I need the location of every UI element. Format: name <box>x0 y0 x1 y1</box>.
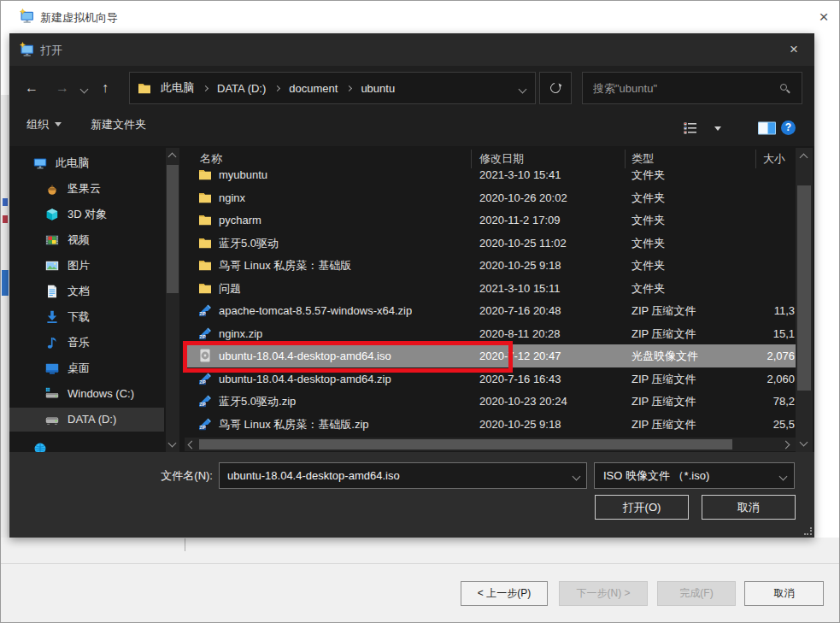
breadcrumb-separator-icon <box>346 85 352 91</box>
dialog-titlebar: 打开 × <box>9 33 814 66</box>
file-type: 文件夹 <box>631 186 665 209</box>
file-row[interactable]: ZIPapache-tomcat-8.5.57-windows-x64.zip2… <box>185 299 796 322</box>
history-chevron-icon[interactable] <box>80 85 89 94</box>
sidebar-item-label: 文档 <box>68 279 90 303</box>
filename-input[interactable] <box>219 462 587 489</box>
back-arrow-icon[interactable]: ← <box>21 78 42 98</box>
breadcrumb-item[interactable]: document <box>289 82 338 95</box>
sidebar-item[interactable]: DATA (D:) <box>9 408 164 432</box>
downloads-icon <box>45 310 59 324</box>
sidebar-item[interactable]: Windows (C:) <box>9 382 164 406</box>
breadcrumb-item[interactable]: ubuntu <box>361 82 395 95</box>
wizard-footer-divider <box>1 563 839 564</box>
sidebar-item[interactable]: 3D 对象 <box>9 203 164 226</box>
file-name: apache-tomcat-8.5.57-windows-x64.zip <box>219 299 412 322</box>
videos-icon <box>45 233 59 247</box>
organize-button[interactable]: 组织 <box>26 117 62 132</box>
forward-arrow-icon[interactable]: → <box>52 78 73 98</box>
file-size: 2,060 <box>708 367 795 391</box>
file-row[interactable]: pycharm2020-11-2 17:09文件夹 <box>185 209 796 232</box>
breadcrumb[interactable]: 此电脑DATA (D:)documentubuntu <box>129 72 536 104</box>
preview-pane-icon[interactable] <box>757 121 777 135</box>
breadcrumb-item[interactable]: DATA (D:) <box>217 82 266 95</box>
svg-text:ZIP: ZIP <box>199 403 205 407</box>
file-row[interactable]: ZIP鸟哥 Linux 私房菜：基础版.zip2020-10-25 9:18ZI… <box>185 413 796 436</box>
dialog-close-button[interactable]: × <box>780 38 808 61</box>
sidebar-item[interactable]: 下载 <box>9 305 164 329</box>
drive-icon <box>45 413 59 426</box>
column-header-name[interactable]: 名称 <box>200 148 222 170</box>
scrollbar-thumb[interactable] <box>167 165 179 293</box>
filetype-select[interactable]: ISO 映像文件 （*.iso) <box>594 462 795 489</box>
column-header-size[interactable]: 大小 <box>710 148 785 170</box>
file-row[interactable]: 蓝牙5.0驱动2020-10-25 11:02文件夹 <box>185 232 796 255</box>
file-size: 78,2 <box>708 390 795 413</box>
scroll-up-icon[interactable] <box>168 153 177 162</box>
file-name: nginx <box>219 186 245 209</box>
wizard-button-0[interactable]: < 上一步(P) <box>461 581 548 606</box>
file-date: 2020-10-25 9:18 <box>479 413 561 436</box>
refresh-icon <box>549 81 563 96</box>
zip-icon: ZIP <box>198 417 212 431</box>
sidebar-item[interactable]: 桌面 <box>9 356 164 380</box>
3d-objects-icon <box>45 208 59 221</box>
column-divider[interactable] <box>625 150 626 168</box>
help-icon[interactable] <box>781 120 796 135</box>
file-row[interactable]: 鸟哥 Linux 私房菜：基础版2020-10-25 9:18文件夹 <box>185 254 796 277</box>
column-header-date[interactable]: 修改日期 <box>479 148 524 170</box>
dialog-cancel-button[interactable]: 取消 <box>702 495 796 520</box>
breadcrumb-item[interactable]: 此电脑 <box>161 80 194 96</box>
file-name: 鸟哥 Linux 私房菜：基础版.zip <box>219 413 369 436</box>
scroll-down-icon[interactable] <box>800 438 808 447</box>
sidebar-item[interactable]: 图片 <box>9 254 164 278</box>
list-scrollbar-vertical[interactable] <box>796 148 813 452</box>
view-options-chevron-icon[interactable] <box>714 126 721 131</box>
music-icon <box>45 336 59 350</box>
folder-icon <box>198 258 212 272</box>
sidebar-item-label: 图片 <box>68 254 90 278</box>
file-row[interactable]: nginx2020-10-26 20:02文件夹 <box>185 186 796 209</box>
resize-grip[interactable] <box>804 527 812 535</box>
scrollbar-thumb[interactable] <box>797 185 811 391</box>
search-input[interactable] <box>584 73 777 103</box>
wizard-button-2: 完成(F) <box>657 581 736 606</box>
wizard-button-3[interactable]: 取消 <box>744 581 824 606</box>
pictures-icon <box>45 259 59 273</box>
wizard-footer-area <box>1 538 839 623</box>
sidebar-item-clipped[interactable] <box>33 442 47 452</box>
up-arrow-icon[interactable]: ↑ <box>95 78 115 98</box>
folder-icon <box>198 191 212 204</box>
file-row[interactable]: ZIP蓝牙5.0驱动.zip2020-10-23 20:24ZIP 压缩文件78… <box>185 390 796 413</box>
sidebar-item-label: 桌面 <box>68 356 90 380</box>
sidebar-item[interactable]: 此电脑 <box>9 151 164 175</box>
open-button[interactable]: 打开(O) <box>595 495 689 520</box>
zip-icon: ZIP <box>198 326 212 340</box>
file-name: pycharm <box>219 209 261 232</box>
sidebar-item[interactable]: 文档 <box>9 279 164 303</box>
refresh-button[interactable] <box>539 72 572 104</box>
svg-text:ZIP: ZIP <box>199 312 205 316</box>
drive-windows-icon <box>45 387 59 401</box>
scroll-up-icon[interactable] <box>800 154 808 162</box>
file-size: 11,3 <box>708 299 795 322</box>
breadcrumb-chevron-icon[interactable] <box>519 85 527 94</box>
folder-icon <box>198 236 212 250</box>
file-type: 文件夹 <box>631 209 665 232</box>
details-view-icon[interactable] <box>684 122 697 134</box>
zip-icon: ZIP <box>198 303 212 317</box>
column-header-type[interactable]: 类型 <box>631 148 654 170</box>
scroll-down-icon[interactable] <box>168 439 177 448</box>
window-close-button[interactable]: × <box>811 4 837 30</box>
file-list-header: 名称 修改日期 类型 大小 <box>185 148 796 170</box>
file-row[interactable]: 问题2021-3-10 15:11文件夹 <box>185 277 796 300</box>
sidebar-item[interactable]: 坚果云 <box>9 177 164 201</box>
sidebar-item-label: 视频 <box>68 228 90 252</box>
file-date: 2020-7-16 20:48 <box>479 299 561 322</box>
new-folder-button[interactable]: 新建文件夹 <box>91 117 146 132</box>
file-type: 光盘映像文件 <box>631 344 698 367</box>
sidebar-item[interactable]: 视频 <box>9 228 164 252</box>
wizard-button-1: 下一步(N) > <box>559 581 648 606</box>
column-divider[interactable] <box>471 150 472 168</box>
sidebar-item[interactable]: 音乐 <box>9 331 164 355</box>
sidebar-scrollbar[interactable] <box>166 148 179 452</box>
